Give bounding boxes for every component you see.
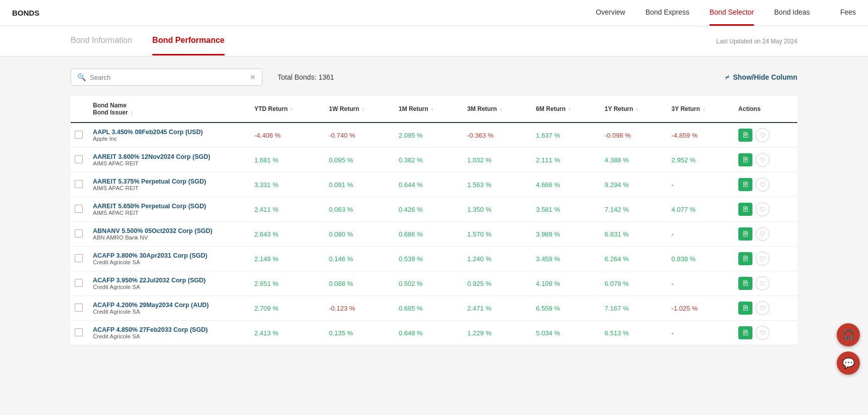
bond-wishlist-button[interactable]: ♡ (755, 301, 770, 315)
bond-3m-return: 1.240 % (463, 247, 532, 271)
bond-name-cell: AAREIT 3.600% 12Nov2024 Corp (SGD) AIMS … (89, 148, 250, 172)
table-row: ABNANV 5.500% 05Oct2032 Corp (SGD) ABN A… (71, 222, 797, 247)
bond-name-cell: AAREIT 5.650% Perpetual Corp (SGD) AIMS … (89, 197, 250, 222)
row-checkbox[interactable] (75, 205, 83, 213)
bond-1y-return: 6.513 % (601, 321, 668, 345)
bond-1y-return: 6.264 % (601, 247, 668, 271)
show-hide-column-button[interactable]: ⌿ Show/Hide Column (725, 73, 797, 82)
sort-1y-icon: ↕ (636, 106, 638, 112)
table-row: AAREIT 5.375% Perpetual Corp (SGD) AIMS … (71, 172, 797, 197)
bond-details-button[interactable]: 🖹 (738, 302, 752, 315)
bond-name[interactable]: ACAFP 3.800% 30Apr2031 Corp (SGD) (93, 252, 246, 259)
bond-wishlist-button[interactable]: ♡ (755, 227, 770, 241)
bond-details-button[interactable]: 🖹 (738, 277, 752, 290)
bond-name[interactable]: ACAFP 4.850% 27Feb2033 Corp (SGD) (93, 326, 246, 333)
bond-details-button[interactable]: 🖹 (738, 326, 752, 339)
bond-details-button[interactable]: 🖹 (738, 153, 752, 166)
bond-name-cell: ACAFP 4.850% 27Feb2033 Corp (SGD) Credit… (89, 321, 250, 345)
bond-1w-return: 0.080 % (325, 222, 395, 247)
bond-wishlist-button[interactable]: ♡ (755, 202, 770, 216)
bond-wishlist-button[interactable]: ♡ (755, 326, 770, 340)
bond-ytd-return: 2.651 % (250, 271, 325, 296)
floating-buttons: 🎧 💬 (837, 323, 860, 358)
bond-name[interactable]: AAREIT 3.600% 12Nov2024 Corp (SGD) (93, 153, 246, 160)
row-checkbox[interactable] (75, 279, 83, 287)
bond-wishlist-button[interactable]: ♡ (755, 153, 770, 167)
nav-bond-selector[interactable]: Bond Selector (710, 0, 754, 26)
th-3m-return[interactable]: 3M Return ↕ (463, 96, 532, 123)
tab-bond-performance[interactable]: Bond Performance (152, 27, 225, 55)
bond-actions-cell: 🖹 ♡ (734, 123, 797, 148)
bond-1w-return: 0.091 % (325, 172, 395, 197)
bond-6m-return: 5.034 % (532, 321, 601, 345)
nav-fees[interactable]: Fees (840, 0, 856, 26)
bond-actions-cell: 🖹 ♡ (734, 197, 797, 222)
table-row: AAREIT 3.600% 12Nov2024 Corp (SGD) AIMS … (71, 148, 797, 172)
row-checkbox[interactable] (75, 254, 83, 262)
table-row: AAREIT 5.650% Perpetual Corp (SGD) AIMS … (71, 197, 797, 222)
bond-name[interactable]: AAREIT 5.375% Perpetual Corp (SGD) (93, 178, 246, 185)
bond-ytd-return: -4.406 % (250, 123, 325, 148)
bonds-table-body: AAPL 3.450% 09Feb2045 Corp (USD) Apple I… (71, 123, 797, 345)
bond-1y-return: -0.098 % (601, 123, 668, 148)
search-input[interactable] (90, 74, 246, 81)
row-checkbox[interactable] (75, 131, 83, 139)
bond-1w-return: 0.135 % (325, 321, 395, 345)
bond-3y-return: -4.859 % (668, 123, 735, 148)
bond-name-cell: ABNANV 5.500% 05Oct2032 Corp (SGD) ABN A… (89, 222, 250, 247)
table-row: ACAFP 3.800% 30Apr2031 Corp (SGD) Credit… (71, 247, 797, 271)
support-button[interactable]: 🎧 (837, 323, 860, 346)
bond-details-button[interactable]: 🖹 (738, 129, 752, 142)
bond-issuer: Credit Agricole SA (93, 333, 246, 339)
search-clear-icon[interactable]: ✕ (250, 73, 256, 81)
bond-ytd-return: 2.643 % (250, 222, 325, 247)
bond-1w-return: 0.095 % (325, 148, 395, 172)
bond-1w-return: 0.063 % (325, 197, 395, 222)
th-1m-return[interactable]: 1M Return ↕ (395, 96, 463, 123)
bond-wishlist-button[interactable]: ♡ (755, 177, 770, 192)
row-checkbox-cell (71, 321, 89, 345)
bond-details-button[interactable]: 🖹 (738, 252, 752, 265)
nav-bond-express[interactable]: Bond Express (645, 0, 689, 26)
bond-details-button[interactable]: 🖹 (738, 178, 752, 191)
th-1w-return[interactable]: 1W Return ↕ (325, 96, 395, 123)
bond-actions-cell: 🖹 ♡ (734, 247, 797, 271)
sort-6m-icon: ↕ (568, 106, 571, 112)
bond-wishlist-button[interactable]: ♡ (755, 128, 770, 142)
sort-bond-name-icon: ↕ (131, 110, 133, 115)
bond-3y-return: -1.025 % (668, 296, 735, 321)
row-checkbox[interactable] (75, 180, 83, 188)
bond-ytd-return: 1.681 % (250, 148, 325, 172)
nav-bond-ideas[interactable]: Bond Ideas (774, 0, 810, 26)
bond-name[interactable]: AAPL 3.450% 09Feb2045 Corp (USD) (93, 129, 246, 136)
row-checkbox-cell (71, 247, 89, 271)
bond-details-button[interactable]: 🖹 (738, 227, 752, 241)
bond-details-button[interactable]: 🖹 (738, 203, 752, 216)
nav-overview[interactable]: Overview (596, 0, 625, 26)
bond-name[interactable]: AAREIT 5.650% Perpetual Corp (SGD) (93, 203, 246, 210)
th-3y-return[interactable]: 3Y Return ↕ (668, 96, 735, 123)
row-checkbox[interactable] (75, 155, 83, 163)
row-checkbox[interactable] (75, 229, 83, 238)
tab-bond-information[interactable]: Bond Information (71, 27, 132, 55)
th-bond-name[interactable]: Bond NameBond Issuer ↕ (89, 96, 250, 123)
th-6m-return[interactable]: 6M Return ↕ (532, 96, 601, 123)
bond-3y-return: - (668, 222, 735, 247)
bond-1m-return: 0.644 % (395, 172, 463, 197)
bond-wishlist-button[interactable]: ♡ (755, 276, 770, 290)
row-checkbox-cell (71, 123, 89, 148)
bond-name[interactable]: ACAFP 4.200% 29May2034 Corp (AUD) (93, 302, 246, 309)
bond-name[interactable]: ABNANV 5.500% 05Oct2032 Corp (SGD) (93, 227, 246, 234)
th-1y-return[interactable]: 1Y Return ↕ (601, 96, 668, 123)
row-checkbox[interactable] (75, 328, 83, 336)
bond-name[interactable]: ACAFP 3.950% 22Jul2032 Corp (SGD) (93, 277, 246, 284)
total-bonds-label: Total Bonds: 1361 (278, 73, 334, 81)
chat-button[interactable]: 💬 (837, 351, 860, 358)
bond-wishlist-button[interactable]: ♡ (755, 252, 770, 266)
bond-1m-return: 0.539 % (395, 247, 463, 271)
row-checkbox[interactable] (75, 304, 83, 312)
bond-3m-return: 1.229 % (463, 321, 532, 345)
th-ytd-return[interactable]: YTD Return ↕ (250, 96, 325, 123)
search-box[interactable]: 🔍 ✕ (71, 69, 262, 86)
bond-6m-return: 2.111 % (532, 148, 601, 172)
